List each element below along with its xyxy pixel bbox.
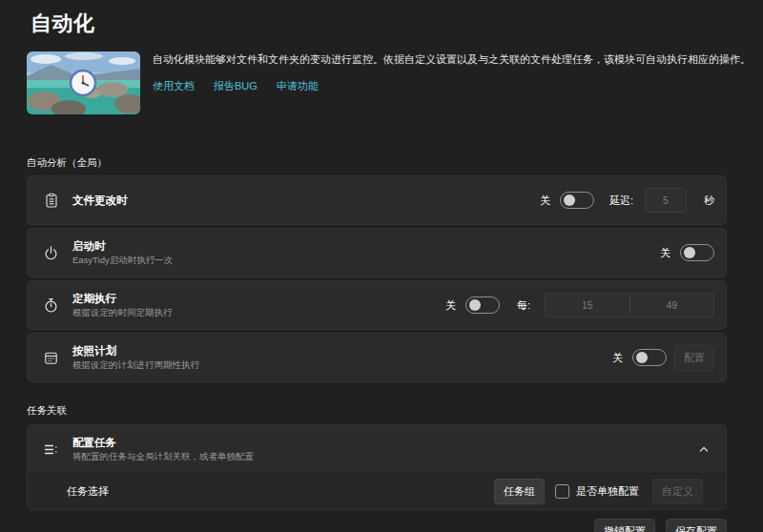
toggle-state-label: 关 [540,194,550,208]
clipboard-icon [43,193,59,209]
section-task-association: 任务关联 [27,404,763,418]
card-file-change: 文件更改时 关 延迟: 5 秒 [27,175,727,225]
stopwatch-icon [43,297,59,314]
footer-actions: 撤销配置 保存配置 [0,519,727,532]
minute-input[interactable]: 49 [630,294,714,317]
periodic-toggle[interactable] [465,297,500,314]
expander-subtitle: 将配置的任务与全局计划关联，或者单独配置 [72,451,688,462]
card-schedule: 按照计划 根据设定的计划进行周期性执行 关 配置 [27,333,727,382]
section-global-analysis: 自动分析（全局） [27,156,763,170]
delay-input[interactable]: 5 [645,188,687,213]
time-picker: 15 49 [545,293,714,317]
calendar-icon [43,350,59,366]
hero-text-block: 自动化模块能够对文件和文件夹的变动进行监控。依据自定义设置以及与之关联的文件处理… [153,51,751,93]
card-title: 文件更改时 [72,194,540,208]
card-title: 启动时 [72,239,660,254]
undo-config-button[interactable]: 撤销配置 [594,519,655,532]
schedule-toggle[interactable] [632,349,667,366]
seconds-unit-label: 秒 [704,194,714,208]
card-title: 定期执行 [72,292,445,306]
global-settings-cards: 文件更改时 关 延迟: 5 秒 [27,175,727,382]
card-subtitle: 根据设定的时间定期执行 [72,307,445,318]
toggle-state-label: 关 [445,298,456,313]
chevron-up-icon[interactable] [695,440,712,458]
docs-link[interactable]: 使用文档 [153,79,195,93]
startup-toggle[interactable] [680,244,714,261]
task-config-expander: 配置任务 将配置的任务与全局计划关联，或者单独配置 任务选择 任务组 是否单独配… [27,424,727,510]
delay-label: 延迟: [609,194,633,208]
card-title: 按照计划 [72,344,612,358]
schedule-config-button[interactable]: 配置 [674,345,714,371]
hero-links: 使用文档 报告BUG 申请功能 [153,79,751,93]
card-periodic: 定期执行 根据设定的时间定期执行 关 每: 15 49 [27,280,727,330]
task-selection-row: 任务选择 任务组 是否单独配置 自定义 [28,473,726,509]
separate-config-checkbox[interactable] [555,484,569,499]
hero-section: 自动化模块能够对文件和文件夹的变动进行监控。依据自定义设置以及与之关联的文件处理… [27,51,763,114]
power-icon [43,245,59,261]
module-thumbnail [27,51,140,114]
expander-title: 配置任务 [72,436,688,450]
card-subtitle: 根据设定的计划进行周期性执行 [72,359,612,371]
feature-request-link[interactable]: 申请功能 [277,79,319,93]
card-startup: 启动时 EasyTidy启动时执行一次 关 [27,228,727,277]
page-title: 自动化 [31,10,763,38]
task-selection-label: 任务选择 [67,484,494,499]
card-subtitle: EasyTidy启动时执行一次 [72,255,660,266]
automation-settings-page: 自动化 自动化模 [0,0,763,532]
toggle-state-label: 关 [660,246,670,260]
lake-clock-illustration [27,51,140,114]
hour-input[interactable]: 15 [546,294,629,317]
file-change-toggle[interactable] [560,192,594,209]
custom-button[interactable]: 自定义 [652,479,703,504]
module-description: 自动化模块能够对文件和文件夹的变动进行监控。依据自定义设置以及与之关联的文件处理… [153,53,751,67]
every-label: 每: [517,298,530,313]
toggle-state-label: 关 [612,351,623,365]
expander-header[interactable]: 配置任务 将配置的任务与全局计划关联，或者单独配置 [28,425,726,473]
separate-config-label: 是否单独配置 [576,484,639,499]
task-group-button[interactable]: 任务组 [494,479,545,504]
save-config-button[interactable]: 保存配置 [666,519,727,532]
report-bug-link[interactable]: 报告BUG [214,79,258,93]
task-list-icon [43,441,59,458]
